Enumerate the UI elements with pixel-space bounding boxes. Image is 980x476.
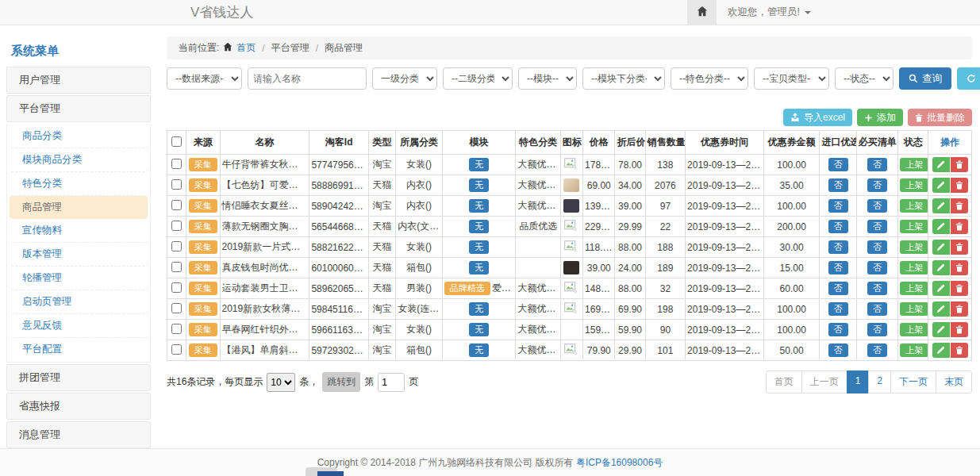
icp-link[interactable]: 粤ICP备16098006号 (576, 457, 663, 468)
query-button[interactable]: 查询 (899, 67, 951, 90)
pager-item-首页[interactable]: 首页 (766, 370, 802, 393)
sidebar-item-saving-news[interactable]: 省惠快报 (6, 393, 151, 420)
filter-select-level2-category[interactable]: --二级分类-- (443, 67, 513, 90)
no-badge[interactable]: 否 (828, 344, 848, 357)
filter-select-module-subcategory[interactable]: --模块下分类-- (582, 67, 665, 90)
no-badge[interactable]: 否 (828, 158, 848, 171)
home-button[interactable] (687, 0, 717, 25)
no-badge[interactable]: 否 (867, 261, 887, 274)
no-badge[interactable]: 否 (867, 302, 887, 316)
sidebar-item-groupbuy-management[interactable]: 拼团管理 (6, 364, 151, 391)
no-badge[interactable]: 否 (828, 199, 848, 213)
pager-item-上一页[interactable]: 上一页 (801, 370, 847, 393)
filter-select-level1-category[interactable]: 一级分类 (372, 67, 437, 90)
no-badge[interactable]: 否 (828, 323, 848, 336)
status-badge[interactable]: 上架 (900, 282, 928, 295)
no-badge[interactable]: 否 (867, 199, 887, 213)
no-badge[interactable]: 否 (867, 240, 887, 254)
breadcrumb-home-link[interactable]: 首页 (236, 41, 256, 55)
row-checkbox[interactable] (171, 200, 182, 210)
edit-button[interactable] (932, 240, 950, 255)
row-checkbox[interactable] (171, 221, 182, 231)
delete-button[interactable] (951, 260, 968, 275)
page-size-select[interactable]: 10 (267, 373, 295, 392)
sidebar-item-product-category[interactable]: 商品分类 (10, 125, 148, 148)
delete-button[interactable] (951, 219, 968, 234)
edit-button[interactable] (932, 301, 950, 317)
row-checkbox[interactable] (171, 303, 182, 313)
row-checkbox[interactable] (171, 241, 182, 251)
filter-select-status[interactable]: --状态-- (835, 67, 894, 90)
no-badge[interactable]: 否 (828, 302, 848, 316)
batch-delete-button[interactable]: 批量删除 (908, 109, 972, 126)
status-badge[interactable]: 上架 (900, 178, 928, 192)
row-checkbox[interactable] (171, 324, 182, 334)
delete-button[interactable] (951, 281, 968, 296)
edit-button[interactable] (932, 157, 950, 172)
sidebar-item-version-management[interactable]: 版本管理 (10, 243, 148, 267)
edit-button[interactable] (932, 343, 950, 358)
filter-select-item-type[interactable]: --宝贝类型-- (754, 67, 829, 90)
no-badge[interactable]: 否 (828, 178, 848, 192)
no-badge[interactable]: 否 (867, 158, 887, 171)
delete-button[interactable] (951, 343, 968, 358)
status-badge[interactable]: 上架 (900, 158, 928, 171)
select-all-checkbox[interactable] (171, 136, 182, 147)
delete-button[interactable] (951, 157, 968, 172)
import-excel-button[interactable]: 导入excel (783, 109, 852, 126)
sidebar-item-platform-config[interactable]: 平台配置 (10, 338, 148, 361)
row-checkbox[interactable] (171, 262, 182, 272)
edit-button[interactable] (932, 178, 950, 193)
filter-select-module[interactable]: --模块-- (518, 67, 577, 90)
jump-page-input[interactable] (378, 373, 405, 392)
sidebar-item-module-product-category[interactable]: 模块商品分类 (10, 148, 148, 172)
reset-button[interactable]: 重置 (957, 67, 980, 90)
delete-button[interactable] (951, 178, 968, 193)
no-badge[interactable]: 否 (828, 282, 848, 295)
user-menu[interactable]: 欢迎您，管理员! (717, 0, 822, 25)
delete-button[interactable] (951, 198, 968, 213)
pager-item-下一页[interactable]: 下一页 (890, 370, 936, 393)
edit-button[interactable] (932, 219, 950, 234)
status-badge[interactable]: 上架 (900, 240, 928, 254)
row-checkbox[interactable] (171, 159, 182, 169)
status-badge[interactable]: 上架 (900, 261, 928, 274)
no-badge[interactable]: 否 (867, 344, 887, 357)
pager-item-末页[interactable]: 末页 (936, 370, 972, 393)
pager-item-1[interactable]: 1 (847, 370, 870, 393)
row-checkbox[interactable] (171, 282, 182, 293)
no-badge[interactable]: 否 (867, 220, 887, 233)
add-button[interactable]: 添加 (857, 109, 903, 126)
no-badge[interactable]: 否 (867, 323, 887, 336)
no-badge[interactable]: 否 (828, 240, 848, 254)
status-badge[interactable]: 上架 (900, 199, 928, 213)
row-checkbox[interactable] (171, 179, 182, 190)
edit-button[interactable] (932, 198, 950, 213)
no-badge[interactable]: 否 (867, 282, 887, 295)
sidebar-item-product-management[interactable]: 商品管理 (10, 196, 148, 219)
filter-select-data-source[interactable]: --数据来源-- (167, 67, 242, 90)
no-badge[interactable]: 否 (867, 178, 887, 192)
row-checkbox[interactable] (171, 344, 182, 355)
pager-item-2[interactable]: 2 (868, 370, 891, 393)
no-badge[interactable]: 否 (828, 220, 848, 233)
sidebar-item-platform-management[interactable]: 平台管理 (6, 95, 151, 122)
sidebar-item-message-management[interactable]: 消息管理 (6, 421, 151, 448)
sidebar-item-feedback[interactable]: 意见反馈 (10, 314, 148, 338)
sidebar-item-featured-category[interactable]: 特色分类 (10, 172, 148, 196)
delete-button[interactable] (951, 240, 968, 255)
edit-button[interactable] (932, 281, 950, 296)
edit-button[interactable] (932, 260, 950, 275)
delete-button[interactable] (951, 322, 968, 337)
delete-button[interactable] (951, 301, 968, 317)
edit-button[interactable] (932, 322, 950, 337)
sidebar-item-carousel-management[interactable]: 轮播管理 (10, 267, 148, 290)
status-badge[interactable]: 上架 (900, 220, 928, 233)
status-badge[interactable]: 上架 (900, 344, 928, 357)
sidebar-item-promo-materials[interactable]: 宣传物料 (10, 219, 148, 243)
status-badge[interactable]: 上架 (900, 302, 928, 316)
filter-select-featured-category[interactable]: --特色分类-- (671, 67, 748, 90)
no-badge[interactable]: 否 (828, 261, 848, 274)
sidebar-item-user-management[interactable]: 用户管理 (6, 67, 151, 94)
status-badge[interactable]: 上架 (900, 323, 928, 336)
